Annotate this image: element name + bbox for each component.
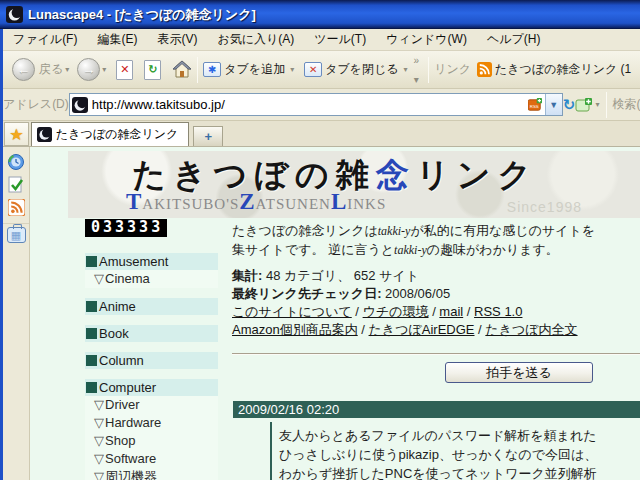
post-line: 友人からとあるファイルのパスワード解析を頼まれた	[279, 426, 640, 445]
clap-button[interactable]: 拍手を送る	[445, 362, 593, 383]
triangle-icon: ▽	[94, 271, 104, 286]
post-line: わからず挫折したPNCを使ってネットワーク並列解析	[279, 464, 640, 480]
quick-add-icon[interactable]	[575, 97, 593, 113]
forward-button[interactable]: →	[77, 58, 100, 81]
quick-add-dropdown-icon[interactable]: ▾	[595, 100, 599, 109]
search-label: 検索(	[612, 96, 640, 113]
category-link[interactable]: Book	[85, 325, 218, 342]
address-label: アドレス(D)	[3, 96, 69, 113]
history-icon[interactable]	[6, 151, 27, 172]
category-block: Column	[85, 352, 218, 369]
menu-bar: ファイル(F)編集(E)表示(V)お気に入り(A)ツール(T)ウィンドウ(W)ヘ…	[3, 29, 640, 51]
menu-item[interactable]: ツール(T)	[304, 29, 376, 50]
category-block: Amusement ▽Cinema	[85, 253, 218, 288]
svg-text:RSS: RSS	[530, 103, 539, 108]
tab-active[interactable]: たきつぼの雑念リンク	[31, 122, 189, 146]
post-body: 友人からとあるファイルのパスワード解析を頼まれたひっさしぶりに使うpikazip…	[270, 422, 640, 480]
triangle-icon: ▽	[94, 469, 104, 480]
intro-line-2: 集サイトです。 逆に言うとtakki-yの趣味がわかります。	[232, 240, 559, 260]
rss-sidebar-icon[interactable]	[6, 197, 27, 218]
title-bar[interactable]: Lunascape4 - [たきつぼの雑念リンク]	[0, 0, 640, 29]
menu-item[interactable]: ファイル(F)	[3, 29, 87, 50]
back-label: 戻る	[39, 61, 63, 78]
menu-item[interactable]: お気に入り(A)	[207, 29, 304, 50]
subcategory-link[interactable]: ▽Shop	[85, 432, 218, 450]
site-subtitle: TAKITSUBO'SZATSUNENLINKS	[126, 189, 386, 215]
briefcase-icon[interactable]: ▦	[7, 227, 26, 243]
menu-item[interactable]: 表示(V)	[147, 29, 207, 50]
intro-line-1: たきつぼの雑念リンクはtakki-yが私的に有用な感じのサイトを	[232, 221, 595, 241]
address-bar: アドレス(D) http://www.takitsubo.jp/ RSS ▼ ↻…	[3, 89, 640, 121]
menu-item[interactable]: 編集(E)	[87, 29, 147, 50]
refresh-icon[interactable]: ↻	[144, 60, 161, 80]
triangle-icon: ▽	[94, 415, 104, 430]
new-tab-button[interactable]: +	[193, 126, 223, 146]
favorites-sidebar-button[interactable]: ★	[4, 122, 29, 146]
back-button[interactable]: ←	[12, 58, 35, 81]
triangle-icon: ▽	[94, 433, 104, 448]
forward-dropdown-icon[interactable]: ▾	[102, 65, 106, 74]
category-link[interactable]: Computer	[85, 379, 218, 396]
subcategory-link[interactable]: ▽Hardware	[85, 414, 218, 432]
visitor-counter: 033333	[85, 219, 167, 237]
menu-item[interactable]: ウィンドウ(W)	[376, 29, 477, 50]
rss-subscribe-icon[interactable]: RSS	[528, 98, 542, 112]
window-border	[0, 29, 3, 480]
address-input[interactable]: http://www.takitsubo.jp/ RSS ▼	[69, 93, 563, 116]
triangle-icon: ▽	[94, 397, 104, 412]
page-content: たきつぼの雑念リンク TAKITSUBO'SZATSUNENLINKS Sinc…	[30, 147, 640, 480]
subcategory-link[interactable]: ▽Software	[85, 450, 218, 468]
subcategory-link[interactable]: ▽周辺機器	[85, 468, 218, 480]
page-link[interactable]: mail	[439, 304, 463, 319]
category-square-icon	[86, 301, 97, 312]
browser-sidebar: ▦	[3, 147, 30, 480]
category-block: Book	[85, 325, 218, 342]
post-line: ひっさしぶりに使うpikazip、せっかくなので今回は、	[279, 445, 640, 464]
category-square-icon	[86, 382, 97, 393]
check-page-icon[interactable]	[6, 174, 27, 195]
toolbar-overflow-chevron[interactable]: »▾	[414, 55, 420, 85]
category-link[interactable]: Amusement	[85, 253, 218, 270]
page-link[interactable]: たきつぼAirEDGE	[369, 322, 475, 337]
category-block: Computer ▽Driver ▽Hardware ▽Shop ▽Softwa…	[85, 379, 218, 480]
main-toolbar: ← 戻る ▾ → ▾ ✕ ↻ ✱ タブを追加 ▾ ✕ タブを閉じる ▾ »▾ リ…	[3, 51, 640, 89]
links-toolbar-label: リンク	[434, 61, 471, 78]
page-link[interactable]: たきつぼ内全文	[485, 322, 577, 337]
category-square-icon	[86, 355, 97, 366]
lunascape-logo-icon	[6, 6, 23, 23]
back-dropdown-icon[interactable]: ▾	[65, 65, 69, 74]
close-tab-icon: ✕	[304, 62, 322, 77]
browser-window: Lunascape4 - [たきつぼの雑念リンク] ファイル(F)編集(E)表示…	[0, 0, 640, 480]
nav-links-row-1: このサイトについて / ウチの環境 / mail / RSS 1.0	[232, 303, 522, 321]
rss-feed-link[interactable]: たきつぼの雑念リンク (1	[495, 61, 631, 78]
subcategory-link[interactable]: ▽Cinema	[85, 270, 218, 288]
add-tab-button[interactable]: タブを追加	[224, 61, 285, 78]
last-check-line: 最終リンク先チェック日: 2008/06/05	[232, 285, 450, 303]
divider	[232, 353, 640, 355]
tab-favicon	[37, 127, 52, 142]
add-tab-dropdown-icon[interactable]: ▾	[290, 65, 294, 74]
close-tab-dropdown-icon[interactable]: ▾	[404, 65, 408, 74]
subcategory-link[interactable]: ▽Driver	[85, 396, 218, 414]
menu-item[interactable]: ヘルプ(H)	[477, 29, 551, 50]
page-link[interactable]: ウチの環境	[363, 304, 429, 319]
close-tab-button[interactable]: タブを閉じる	[325, 61, 398, 78]
since-label: Since1998	[507, 199, 582, 215]
site-favicon	[72, 97, 88, 113]
category-square-icon	[86, 328, 97, 339]
stop-icon[interactable]: ✕	[116, 60, 133, 80]
category-block: Anime	[85, 298, 218, 315]
page-link[interactable]: RSS 1.0	[474, 304, 522, 319]
category-square-icon	[86, 256, 97, 267]
page-link[interactable]: このサイトについて	[232, 304, 352, 319]
site-banner: たきつぼの雑念リンク TAKITSUBO'SZATSUNENLINKS Sinc…	[68, 151, 640, 218]
address-dropdown-button[interactable]: ▼	[545, 94, 562, 115]
category-link[interactable]: Column	[85, 352, 218, 369]
triangle-icon: ▽	[94, 451, 104, 466]
post-date-header: 2009/02/16 02:20	[233, 401, 640, 418]
page-link[interactable]: Amazon個別商品案内	[232, 322, 358, 337]
go-refresh-icon[interactable]: ↻	[563, 96, 576, 114]
category-link[interactable]: Anime	[85, 298, 218, 315]
url-text: http://www.takitsubo.jp/	[92, 97, 225, 112]
home-icon[interactable]	[172, 60, 192, 79]
